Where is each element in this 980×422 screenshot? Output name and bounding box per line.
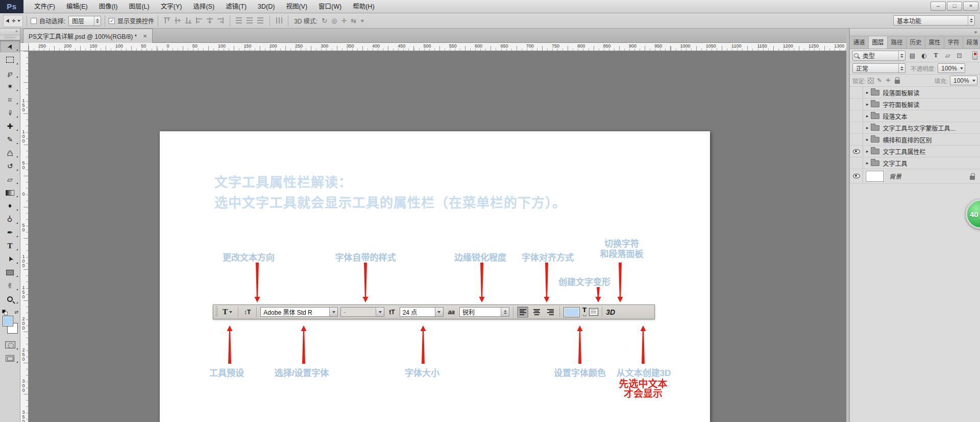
auto-select-target-dropdown[interactable]: 图层 xyxy=(68,16,101,26)
quick-selection-tool[interactable]: ✶ xyxy=(0,80,20,93)
history-brush-tool[interactable]: ↺ xyxy=(0,159,20,173)
show-transform-checkbox[interactable]: ✓ xyxy=(109,18,115,24)
3d-rotate-icon[interactable]: ↻ xyxy=(322,17,327,25)
foreground-color-swatch[interactable] xyxy=(3,316,13,326)
opacity-dropdown[interactable]: 100% xyxy=(938,63,965,73)
tab-character[interactable]: 字符 xyxy=(944,36,963,49)
layer-row[interactable]: ▸ 文字工具 xyxy=(850,157,980,169)
collapse-panel-icon[interactable]: » xyxy=(0,29,20,35)
distribute-top-edges-icon[interactable] xyxy=(235,16,243,25)
expand-group-icon[interactable]: ▸ xyxy=(866,125,869,130)
3d-scale-icon[interactable]: ⌖ xyxy=(360,17,364,25)
minimize-button[interactable]: – xyxy=(930,2,946,11)
spot-healing-brush-tool[interactable]: ✚ xyxy=(0,120,20,133)
visibility-toggle[interactable] xyxy=(850,110,863,122)
canvas-area[interactable]: 文字工具属性栏解读： 选中文字工具就会显示工具的属性栏（在菜单栏的下方）。 更改… xyxy=(29,51,846,422)
hand-tool[interactable]: ✌ xyxy=(0,279,20,292)
distribute-bottom-edges-icon[interactable] xyxy=(256,16,265,25)
layer-thumbnail[interactable] xyxy=(866,171,884,182)
lock-position-icon[interactable]: ✛ xyxy=(886,77,890,84)
filter-toggle-switch[interactable] xyxy=(972,51,977,60)
zoom-tool[interactable] xyxy=(0,292,20,306)
visibility-toggle[interactable] xyxy=(850,122,863,133)
align-bottom-edges-icon[interactable] xyxy=(184,16,193,25)
horizontal-ruler[interactable]: 2502001501005005010015020025030035040045… xyxy=(29,43,846,51)
document-tab[interactable]: PS文字工具详解.psd @ 100%(RGB/8) * × xyxy=(23,29,153,43)
menu-item-3[interactable]: 图层(L) xyxy=(123,0,155,13)
menu-item-6[interactable]: 滤镜(T) xyxy=(220,0,252,13)
workspace-switcher[interactable]: 基本功能 xyxy=(893,15,975,26)
rectangular-marquee-tool[interactable] xyxy=(0,53,20,66)
tab-paths[interactable]: 路径 xyxy=(888,36,906,49)
collapse-dock-icon[interactable]: » xyxy=(850,29,980,36)
blur-tool[interactable]: ♦ xyxy=(0,199,20,213)
visibility-toggle[interactable] xyxy=(850,99,863,110)
auto-align-layers-icon[interactable] xyxy=(275,16,283,25)
visibility-toggle[interactable] xyxy=(850,134,863,145)
expand-group-icon[interactable]: ▸ xyxy=(866,149,869,154)
expand-group-icon[interactable]: ▸ xyxy=(866,90,869,95)
type-tool[interactable]: T xyxy=(0,239,20,252)
menu-item-7[interactable]: 3D(D) xyxy=(252,0,280,13)
pen-tool[interactable]: ✒ xyxy=(0,226,20,239)
swap-colors-icon[interactable]: ⇄ xyxy=(14,310,18,315)
menu-item-1[interactable]: 编辑(E) xyxy=(61,0,93,13)
eraser-tool[interactable]: ▱ xyxy=(0,173,20,186)
align-vertical-centers-icon[interactable] xyxy=(174,16,182,25)
expand-group-icon[interactable]: ▸ xyxy=(866,160,869,166)
vertical-ruler[interactable]: 15010050050100150200250300350 xyxy=(20,51,29,422)
tab-properties[interactable]: 属性 xyxy=(925,36,944,49)
3d-roll-icon[interactable]: ◎ xyxy=(331,17,337,25)
filter-type-layers-icon[interactable]: T xyxy=(931,51,941,60)
menu-item-8[interactable]: 视图(V) xyxy=(280,0,313,13)
visibility-toggle[interactable] xyxy=(850,169,863,183)
lock-all-icon[interactable] xyxy=(895,80,900,84)
visibility-toggle[interactable] xyxy=(850,87,863,98)
screen-mode-button[interactable] xyxy=(0,351,20,365)
brush-tool[interactable]: ✎ xyxy=(0,133,20,146)
menu-item-2[interactable]: 图像(I) xyxy=(93,0,124,13)
tab-paragraph[interactable]: 段落 xyxy=(963,36,980,49)
lock-pixels-icon[interactable]: ✎ xyxy=(877,77,881,84)
move-tool[interactable]: ➤ xyxy=(0,40,20,53)
tool-preset-picker[interactable]: ➤ ✛ xyxy=(3,15,23,27)
auto-select-checkbox[interactable] xyxy=(31,18,37,24)
tab-channels[interactable]: 通道 xyxy=(850,36,869,49)
gradient-tool[interactable] xyxy=(0,186,20,199)
quick-mask-mode-button[interactable] xyxy=(0,338,20,351)
lock-transparency-icon[interactable] xyxy=(868,78,874,84)
lasso-tool[interactable]: ℘ xyxy=(0,66,20,80)
tab-layers[interactable]: 图层 xyxy=(869,36,888,49)
filter-pixel-layers-icon[interactable]: ▤ xyxy=(908,51,917,60)
layer-row[interactable]: ▸ 段落面板解读 xyxy=(850,87,980,99)
clone-stamp-tool[interactable]: 凸 xyxy=(0,146,20,159)
tab-history[interactable]: 历史 xyxy=(906,36,925,49)
align-top-edges-icon[interactable] xyxy=(163,16,172,25)
menu-item-5[interactable]: 选择(S) xyxy=(187,0,220,13)
layer-row[interactable]: ▸ 字符面板解读 xyxy=(850,99,980,110)
default-colors-bg-icon[interactable] xyxy=(4,312,8,315)
expand-group-icon[interactable]: ▸ xyxy=(866,113,869,119)
path-selection-tool[interactable]: ➤ xyxy=(0,252,20,266)
tab-close-icon[interactable]: × xyxy=(143,33,147,39)
layer-row[interactable]: ▸ 段落文本 xyxy=(850,110,980,122)
close-button[interactable]: × xyxy=(963,2,978,11)
layer-row[interactable]: ▸ 文字工具属性栏 xyxy=(850,146,980,157)
menu-item-0[interactable]: 文件(F) xyxy=(29,0,61,13)
panel-grip[interactable] xyxy=(4,36,16,39)
fill-dropdown[interactable]: 100% xyxy=(950,76,977,85)
3d-slide-icon[interactable]: ⇆ xyxy=(351,17,356,25)
filter-smart-objects-icon[interactable]: ⊡ xyxy=(954,51,964,60)
menu-item-4[interactable]: 文字(Y) xyxy=(155,0,188,13)
background-layer-row[interactable]: 背景 xyxy=(850,169,980,183)
filter-adjustment-layers-icon[interactable]: ◐ xyxy=(919,51,929,60)
visibility-toggle[interactable] xyxy=(850,157,863,169)
align-left-edges-icon[interactable] xyxy=(195,16,204,25)
menu-item-9[interactable]: 窗口(W) xyxy=(313,0,347,13)
eyedropper-tool[interactable]: ✑ xyxy=(0,106,20,120)
menu-item-10[interactable]: 帮助(H) xyxy=(347,0,380,13)
expand-group-icon[interactable]: ▸ xyxy=(866,137,869,142)
expand-group-icon[interactable]: ▸ xyxy=(866,102,869,107)
layer-row[interactable]: ▸ 文字工具与文字蒙版工具... xyxy=(850,122,980,134)
visibility-toggle[interactable] xyxy=(850,146,863,157)
